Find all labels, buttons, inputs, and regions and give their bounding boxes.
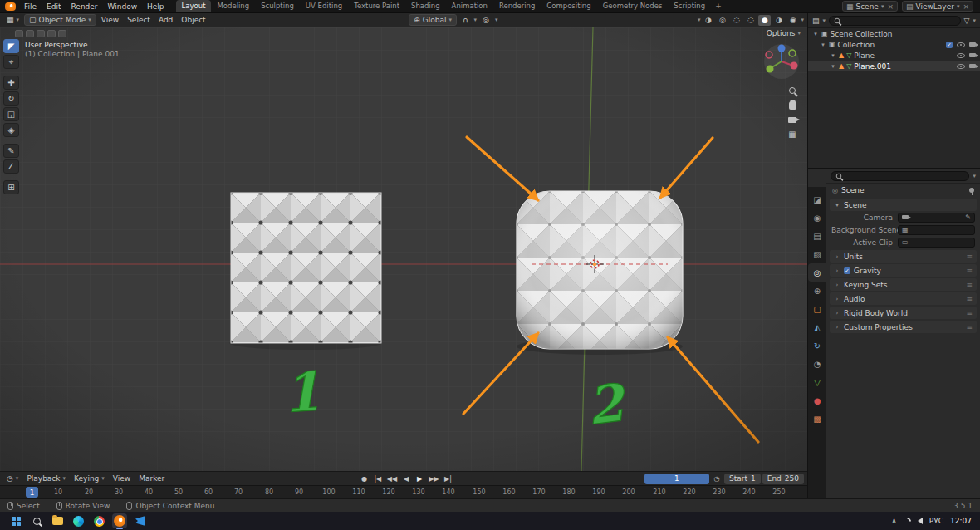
expander-icon[interactable]: ▾ bbox=[820, 42, 826, 48]
tab-sculpting[interactable]: Sculpting bbox=[255, 0, 300, 12]
cursor-tool[interactable]: ⌖ bbox=[3, 55, 19, 69]
edge-button[interactable] bbox=[71, 513, 86, 528]
zoom-icon[interactable] bbox=[789, 87, 796, 94]
section-custom-properties[interactable]: › Custom Properties ≡ bbox=[830, 321, 977, 333]
move-tool[interactable]: ✚ bbox=[3, 76, 19, 90]
menu-file[interactable]: File bbox=[19, 2, 42, 12]
pan-hand-icon[interactable] bbox=[789, 101, 796, 110]
tab-scene-properties[interactable]: ◎ bbox=[808, 263, 826, 282]
auto-keying-button[interactable]: ● bbox=[359, 474, 370, 484]
expander-icon[interactable]: ▾ bbox=[812, 31, 819, 37]
quick-toggle-icon[interactable] bbox=[47, 30, 56, 37]
tab-world-properties[interactable]: ⊕ bbox=[808, 282, 826, 300]
tab-geometry-nodes[interactable]: Geometry Nodes bbox=[597, 0, 669, 12]
snap-dropdown[interactable]: ▾ bbox=[474, 17, 478, 23]
wifi-icon[interactable] bbox=[902, 516, 913, 527]
section-units[interactable]: › Units ≡ bbox=[830, 250, 977, 263]
active-clip-field[interactable]: ▭ bbox=[898, 238, 975, 248]
camera-view-icon[interactable] bbox=[788, 117, 796, 123]
outliner-filter-icon[interactable]: ▽ bbox=[964, 17, 970, 25]
next-keyframe-button[interactable]: ▶▶ bbox=[427, 474, 440, 484]
snap-toggle[interactable]: ∩ bbox=[459, 15, 472, 25]
outliner-row-plane[interactable]: ▾ ▲ ▽ Plane bbox=[808, 50, 980, 61]
tab-layout[interactable]: Layout bbox=[176, 0, 212, 12]
menu-edit[interactable]: Edit bbox=[42, 2, 66, 12]
tab-output-properties[interactable]: ▤ bbox=[808, 227, 826, 245]
shading-wireframe-button[interactable]: ◌ bbox=[744, 15, 757, 26]
gizmo-y-axis[interactable] bbox=[767, 66, 774, 73]
options-dropdown[interactable]: Options ▾ bbox=[767, 29, 801, 37]
gizmo-x-axis[interactable] bbox=[791, 62, 798, 70]
section-menu-icon[interactable]: ≡ bbox=[966, 323, 973, 331]
visibility-dropdown[interactable]: ▾ bbox=[698, 17, 701, 23]
navigation-gizmo[interactable] bbox=[762, 42, 801, 81]
quick-toggle-icon[interactable] bbox=[37, 30, 45, 37]
tab-animation[interactable]: Animation bbox=[446, 0, 493, 12]
start-button[interactable] bbox=[8, 513, 23, 528]
tab-material-properties[interactable]: ● bbox=[808, 391, 826, 410]
tab-constraint-properties[interactable]: ◔ bbox=[808, 355, 826, 373]
jump-to-start-button[interactable]: |◀ bbox=[372, 474, 384, 484]
section-menu-icon[interactable]: ≡ bbox=[966, 309, 973, 317]
add-cube-tool[interactable]: ⊞ bbox=[3, 180, 19, 194]
gravity-checkbox[interactable]: ✓ bbox=[844, 267, 850, 274]
menu-select[interactable]: Select bbox=[124, 15, 154, 25]
section-menu-icon[interactable]: ≡ bbox=[966, 267, 973, 275]
menu-add[interactable]: Add bbox=[155, 15, 176, 25]
tab-texture-paint[interactable]: Texture Paint bbox=[348, 0, 405, 12]
plane-object-1[interactable] bbox=[229, 193, 382, 350]
shading-rendered-button[interactable]: ◉ bbox=[786, 15, 799, 26]
tab-tool-properties[interactable]: ◪ bbox=[808, 190, 826, 209]
tab-modifier-properties[interactable]: ◭ bbox=[808, 318, 826, 336]
mode-selector[interactable]: ▢Object Mode▾ bbox=[24, 14, 96, 26]
tab-physics-properties[interactable]: ↻ bbox=[808, 336, 826, 355]
tab-shading[interactable]: Shading bbox=[405, 0, 446, 12]
menu-object[interactable]: Object bbox=[178, 15, 208, 25]
render-camera-icon[interactable] bbox=[969, 53, 976, 57]
unlink-scene-icon[interactable]: × bbox=[887, 2, 894, 11]
add-workspace-button[interactable]: + bbox=[711, 0, 726, 12]
tab-scripting[interactable]: Scripting bbox=[668, 0, 711, 12]
frame-start-field[interactable]: Start1 bbox=[724, 474, 761, 484]
frame-end-field[interactable]: End250 bbox=[762, 474, 804, 484]
section-menu-icon[interactable]: ≡ bbox=[966, 281, 973, 289]
eye-icon[interactable] bbox=[957, 42, 965, 47]
eye-icon[interactable] bbox=[957, 64, 965, 69]
section-menu-icon[interactable]: ≡ bbox=[966, 295, 973, 303]
rotate-tool[interactable]: ↻ bbox=[3, 91, 19, 106]
play-reverse-button[interactable]: ◀ bbox=[400, 474, 412, 484]
camera-field[interactable]: ✎ bbox=[898, 213, 975, 223]
taskbar-search-button[interactable] bbox=[29, 513, 44, 528]
menu-view[interactable]: View bbox=[98, 15, 122, 25]
outliner-row-plane001[interactable]: ▾ ▲ ▽ Plane.001 bbox=[808, 61, 980, 71]
overlays-toggle[interactable]: ◎ bbox=[716, 15, 728, 26]
menu-help[interactable]: Help bbox=[142, 2, 169, 12]
tab-rendering[interactable]: Rendering bbox=[493, 0, 541, 12]
shading-dropdown[interactable]: ▾ bbox=[801, 17, 804, 23]
section-scene[interactable]: ▾ Scene bbox=[830, 199, 977, 211]
menu-marker[interactable]: Marker bbox=[135, 474, 168, 483]
tab-compositing[interactable]: Compositing bbox=[541, 0, 596, 12]
section-audio[interactable]: › Audio ≡ bbox=[830, 292, 977, 305]
tab-render-properties[interactable]: ◉ bbox=[808, 209, 826, 227]
render-camera-icon[interactable] bbox=[969, 64, 976, 68]
tab-uv-editing[interactable]: UV Editing bbox=[300, 0, 348, 12]
tab-object-properties[interactable]: ▢ bbox=[808, 300, 826, 318]
expander-icon[interactable]: ▾ bbox=[830, 52, 836, 59]
outliner-row-scene-collection[interactable]: ▾ ▣ Scene Collection bbox=[808, 28, 980, 39]
gizmo-z-axis[interactable] bbox=[778, 45, 786, 52]
section-menu-icon[interactable]: ≡ bbox=[966, 253, 973, 261]
tab-viewlayer-properties[interactable]: ▧ bbox=[808, 245, 826, 263]
viewport-3d[interactable]: 1 2 Options ▾ User Perspective (1) Colle… bbox=[0, 27, 807, 471]
timeline-editor-type-button[interactable]: ◷▾ bbox=[3, 474, 22, 483]
properties-filter-dropdown[interactable]: ▾ bbox=[973, 173, 976, 179]
quick-toggle-icon[interactable] bbox=[15, 30, 23, 37]
menu-view-timeline[interactable]: View bbox=[110, 474, 134, 483]
tab-data-properties[interactable]: ▽ bbox=[808, 373, 826, 391]
measure-tool[interactable]: ∠ bbox=[3, 159, 19, 174]
timeline-ruler[interactable]: 1 1 10 20 30 40 50 60 70 80 90 100 110 1… bbox=[0, 485, 807, 498]
eye-icon[interactable] bbox=[957, 53, 965, 58]
language-indicator[interactable]: РУС bbox=[929, 517, 943, 525]
transform-tool[interactable]: ◈ bbox=[3, 123, 19, 137]
use-preview-range-button[interactable]: ◷ bbox=[711, 474, 723, 484]
